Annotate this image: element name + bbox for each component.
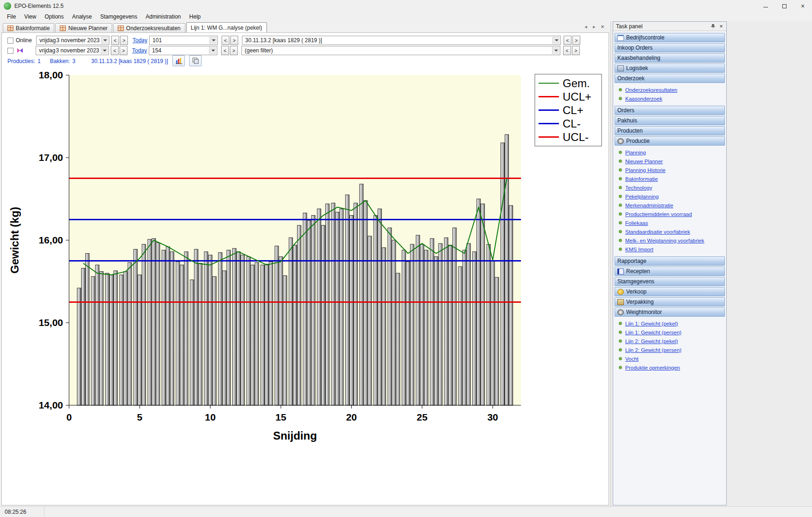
menu-stamgegevens[interactable]: Stamgegevens — [96, 13, 141, 21]
task-panel-link-merkenadministratie[interactable]: Merkenadministratie — [625, 203, 673, 208]
task-panel-link-lijn-2-gewicht-pekel[interactable]: Lijn 2: Gewicht (pekel) — [625, 338, 678, 344]
next-date-button-1[interactable]: > — [120, 36, 128, 45]
bullet-icon — [619, 239, 622, 242]
menu-analyse[interactable]: Analyse — [68, 13, 96, 21]
prev-date-button-2[interactable]: < — [111, 46, 119, 55]
scroll-tabs-right-icon[interactable]: ► — [591, 25, 597, 29]
close-button[interactable]: × — [793, 0, 812, 12]
task-panel-section-rapportage[interactable]: Rapportage — [615, 256, 725, 266]
task-panel-link-pekelplanning[interactable]: Pekelplanning — [625, 194, 659, 199]
maximize-button[interactable] — [775, 0, 793, 12]
date-select-2[interactable]: vrijdag 3 november 2023 — [36, 46, 109, 55]
chart-type-button[interactable] — [172, 55, 185, 66]
task-panel-link-productiemiddelen-voorraad[interactable]: Productiemiddelen voorraad — [625, 211, 692, 217]
tab-lijn1-wm-analyse-pekel[interactable]: Lijn 1: WM G...nalyse (pekel) — [186, 22, 267, 32]
task-panel-link-vocht[interactable]: Vocht — [625, 356, 639, 362]
task-panel-section-pakhuis[interactable]: Pakhuis — [615, 116, 725, 125]
task-panel-section-productie[interactable]: Productie — [615, 136, 725, 146]
task-panel-link-planning[interactable]: Planning — [625, 150, 646, 155]
task-panel-link-onderzoeksresultaten[interactable]: Onderzoeksresultaten — [625, 87, 678, 93]
task-panel-link-kaasonderzoek[interactable]: Kaasonderzoek — [625, 96, 662, 102]
task-panel-section-verpakking[interactable]: Verpakking — [615, 297, 725, 306]
task-panel-link-row: Lijn 2: Gewicht (persen) — [619, 345, 725, 354]
task-panel-section-inkoop-orders[interactable]: Inkoop Orders — [615, 43, 725, 52]
task-panel-sections: BedrijfscontroleInkoop OrdersKaasbehande… — [613, 31, 726, 376]
task-panel-section-onderzoek[interactable]: Onderzoek — [615, 74, 725, 83]
close-panel-icon[interactable]: × — [718, 23, 724, 29]
prev-date-button-1[interactable]: < — [111, 36, 119, 45]
task-panel-link-row: Pekelplanning — [619, 192, 725, 201]
prev-charge-button-2[interactable]: < — [221, 46, 229, 55]
menu-options[interactable]: Options — [40, 13, 68, 21]
charge-select-1[interactable]: 101 — [149, 36, 218, 45]
today-link-1[interactable]: Today — [133, 37, 147, 44]
next-date-button-2[interactable]: > — [120, 46, 127, 55]
svg-text:Gewicht (kg): Gewicht (kg) — [8, 207, 21, 274]
task-panel-link-bakinformatie[interactable]: Bakinformatie — [625, 176, 658, 182]
task-panel-section-orders[interactable]: Orders — [615, 106, 725, 115]
task-panel-link-produktie-opmerkingen[interactable]: Produktie opmerkingen — [625, 365, 680, 370]
document-icon — [617, 35, 624, 41]
tab-bakinformatie[interactable]: Bakinformatie — [3, 23, 54, 32]
task-panel-section-bedrijfscontrole[interactable]: Bedrijfscontrole — [615, 33, 725, 42]
today-link-2[interactable]: Today — [132, 47, 147, 54]
task-panel-section-producten[interactable]: Producten — [615, 126, 725, 135]
prev-filter-button[interactable]: < — [563, 46, 571, 55]
menu-administration[interactable]: Administration — [141, 13, 185, 21]
task-panel-header: Task panel × — [613, 22, 726, 31]
charge-select-2[interactable]: 154 — [149, 46, 217, 55]
task-panel-link-foliekaas[interactable]: Foliekaas — [625, 220, 648, 226]
task-panel-link-kms-import[interactable]: KMS Import — [625, 247, 653, 252]
task-panel-section-weightmonitor[interactable]: Weightmonitor — [615, 307, 725, 317]
section-label: Inkoop Orders — [617, 45, 653, 51]
task-panel-link-standaardisatie-voorfabriek[interactable]: Standaardisatie voorfabriek — [625, 229, 690, 235]
chevron-down-icon — [209, 37, 217, 44]
app-window: EPO-Elements 12.5 × File View Options An… — [0, 0, 812, 517]
task-panel-section-stamgegevens[interactable]: Stamgegevens — [615, 277, 725, 286]
minimize-button[interactable] — [756, 0, 775, 12]
product-select[interactable]: 30.11.13.2 [kaas 1829 ( 2819 )] — [242, 36, 561, 45]
prev-product-button[interactable]: < — [564, 36, 571, 45]
scroll-tabs-left-icon[interactable]: ◄ — [583, 25, 589, 29]
task-panel-link-row: Foliekaas — [619, 218, 725, 227]
date-select-1[interactable]: vrijdag 3 november 2023 — [36, 36, 109, 45]
task-panel-section-verkoop[interactable]: Verkoop — [615, 287, 725, 296]
filter-select[interactable]: (geen filter) — [241, 46, 560, 55]
clock-text: 08:25:26 — [0, 507, 44, 517]
menu-file[interactable]: File — [3, 13, 20, 21]
task-panel-link-lijn-1-gewicht-persen[interactable]: Lijn 1: Gewicht (persen) — [625, 330, 681, 335]
next-charge-button-1[interactable]: > — [230, 36, 238, 45]
prev-charge-button-1[interactable]: < — [222, 36, 229, 45]
combo-value: 154 — [152, 47, 161, 54]
compare-checkbox[interactable] — [7, 48, 13, 54]
task-panel-link-planning-historie[interactable]: Planning Historie — [625, 167, 666, 173]
task-panel-link-melk-en-weiplanning-voorfabriek[interactable]: Melk- en Weiplanning voorfabriek — [625, 238, 704, 243]
section-label: Kaasbehandeling — [617, 55, 660, 61]
pin-icon[interactable] — [710, 24, 716, 29]
task-panel-title: Task panel — [616, 23, 642, 30]
coin-icon — [617, 289, 624, 295]
next-filter-button[interactable]: > — [572, 46, 580, 55]
task-panel-link-lijn-2-gewicht-persen[interactable]: Lijn 2: Gewicht (persen) — [625, 347, 681, 353]
svg-text:UCL+: UCL+ — [563, 90, 591, 103]
refresh-button[interactable] — [189, 55, 202, 66]
task-panel-link-technology[interactable]: Technology — [625, 185, 652, 191]
combo-day: vrijdag — [39, 37, 56, 44]
close-tab-icon[interactable]: × — [599, 23, 606, 30]
task-panel-section-kaasbehandeling[interactable]: Kaasbehandeling — [615, 53, 725, 63]
section-links: OnderzoeksresultatenKaasonderzoek — [614, 84, 725, 105]
task-panel-section-recepten[interactable]: Recepten — [615, 267, 725, 276]
tab-label: Lijn 1: WM G...nalyse (pekel) — [191, 25, 262, 31]
task-panel-section-logistiek[interactable]: Logistiek — [615, 64, 725, 73]
task-panel-link-nieuwe-planner[interactable]: Nieuwe Planner — [625, 159, 663, 164]
online-checkbox[interactable] — [7, 38, 13, 44]
next-product-button[interactable]: > — [572, 36, 580, 45]
menu-view[interactable]: View — [20, 13, 40, 21]
toolbar-row-2: vrijdag 3 november 2023 < > Today 154 < … — [2, 46, 609, 55]
tab-onderzoeksresultaten[interactable]: Onderzoeksresultaten — [113, 23, 185, 32]
next-charge-button-2[interactable]: > — [230, 46, 238, 55]
task-panel-link-lijn-1-gewicht-pekel[interactable]: Lijn 1: Gewicht (pekel) — [625, 321, 678, 326]
section-label: Stamgegevens — [617, 278, 654, 285]
menu-help[interactable]: Help — [185, 13, 205, 21]
tab-nieuwe-planner[interactable]: Nieuwe Planner — [55, 23, 112, 32]
